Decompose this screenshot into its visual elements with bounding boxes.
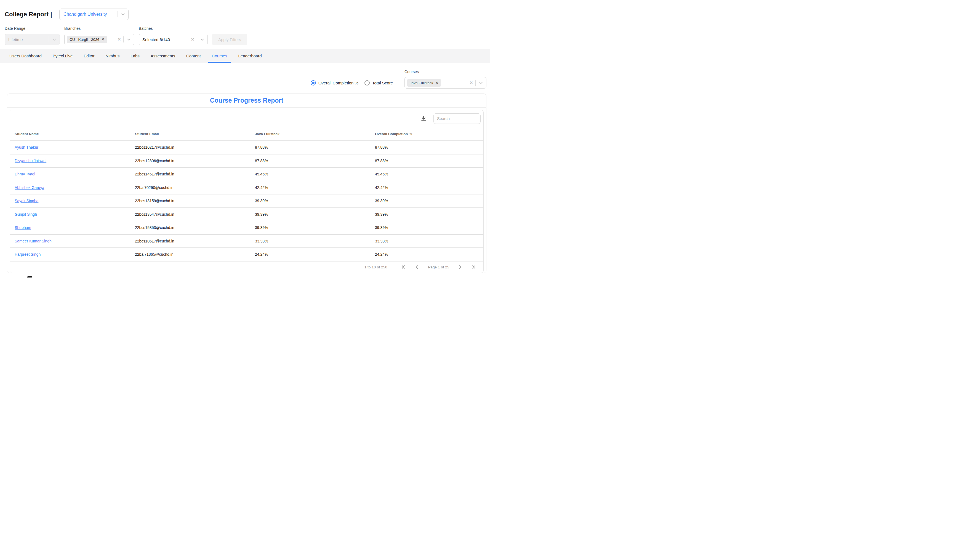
chip-remove-icon[interactable]: ✕ — [101, 37, 104, 42]
courses-select[interactable]: Java Fullstack ✕ ✕ — [404, 77, 486, 88]
branches-label: Branches — [64, 26, 134, 30]
overall-completion-cell: 39.39% — [370, 199, 483, 203]
course-progress-card: Course Progress Report Student Name Stud… — [7, 93, 486, 273]
tab-labs[interactable]: Labs — [125, 49, 145, 63]
overall-completion-cell: 45.45% — [370, 172, 483, 176]
table-row: Sameer Kumar Singh 22bcs10617@cuchd.in 3… — [10, 235, 483, 248]
chevron-down-icon[interactable] — [124, 37, 134, 42]
branches-select[interactable]: CU - Kargil - 2026 ✕ ✕ — [64, 34, 134, 45]
overall-completion-cell: 24.24% — [370, 252, 483, 257]
table-row: Gunjot Singh 22bcs13547@cuchd.in 39.39% … — [10, 208, 483, 221]
java-fullstack-cell: 24.24% — [250, 252, 370, 257]
branches-filter: Branches CU - Kargil - 2026 ✕ ✕ — [64, 26, 134, 45]
pagination-page-label: Page 1 of 25 — [428, 265, 449, 269]
date-range-select[interactable]: Lifetime — [5, 34, 60, 45]
student-name-link[interactable]: Sayak Singha — [14, 199, 38, 203]
tab-editor[interactable]: Editor — [78, 49, 100, 63]
chip-remove-icon[interactable]: ✕ — [436, 81, 438, 85]
last-page-icon[interactable] — [471, 265, 476, 270]
download-icon[interactable] — [420, 115, 427, 122]
table-row: Divyanshu Jaiswal 22bcs12806@cuchd.in 87… — [10, 154, 483, 168]
tab-content[interactable]: Content — [181, 49, 206, 63]
metric-radio-group: Overall Completion % Total Score — [311, 80, 393, 85]
date-range-value: Lifetime — [5, 37, 49, 42]
student-email-cell: 22bai70290@cuchd.in — [130, 185, 250, 190]
student-email-cell: 22bai71365@cuchd.in — [130, 252, 250, 257]
overall-completion-cell: 87.88% — [370, 145, 483, 149]
table-row: Shubham 22bcs15853@cuchd.in 39.39% 39.39… — [10, 221, 483, 235]
student-name-link[interactable]: Divyanshu Jaiswal — [14, 159, 47, 163]
chevron-down-icon[interactable] — [118, 11, 128, 17]
java-fullstack-cell: 87.88% — [250, 159, 370, 163]
table-header-row: Student Name Student Email Java Fullstac… — [10, 127, 483, 141]
filters-bar: Date Range Lifetime Branches CU - Kargil… — [5, 26, 247, 45]
column-header: Student Email — [130, 132, 250, 136]
branch-chip-label: CU - Kargil - 2026 — [69, 37, 99, 42]
course-chip-label: Java Fullstack — [410, 81, 433, 85]
table-body: Ayush Thakur 22bcs10217@cuchd.in 87.88% … — [10, 141, 483, 261]
chevron-down-icon[interactable] — [476, 80, 486, 85]
university-select-value: Chandigarh University — [59, 12, 117, 17]
batches-select[interactable]: Selected 6/140 ✕ — [139, 34, 208, 45]
overall-completion-cell: 87.88% — [370, 159, 483, 163]
student-email-cell: 22bcs13547@cuchd.in — [130, 212, 250, 217]
student-email-cell: 22bcs10217@cuchd.in — [130, 145, 250, 149]
previous-page-icon[interactable] — [414, 265, 420, 270]
radio-icon — [364, 80, 370, 85]
courses-filter: Courses Java Fullstack ✕ ✕ — [404, 69, 486, 88]
metric-radio[interactable]: Overall Completion % — [311, 80, 358, 85]
tab-bytexl-live[interactable]: Bytexl.Live — [47, 49, 79, 63]
tab-assessments[interactable]: Assessments — [145, 49, 181, 63]
batches-filter: Batches Selected 6/140 ✕ — [139, 26, 208, 45]
chevron-down-icon[interactable] — [197, 37, 207, 42]
clear-icon[interactable]: ✕ — [467, 80, 475, 85]
report-table-panel: Student Name Student Email Java Fullstac… — [10, 110, 484, 273]
first-page-icon[interactable] — [401, 265, 406, 270]
university-select[interactable]: Chandigarh University — [59, 8, 128, 20]
student-email-cell: 22bcs12806@cuchd.in — [130, 159, 250, 163]
student-email-cell: 22bcs13159@cuchd.in — [130, 199, 250, 203]
tab-courses[interactable]: Courses — [206, 49, 233, 63]
tab-users-dashboard[interactable]: Users Dashboard — [4, 49, 47, 63]
table-toolbar — [10, 110, 483, 127]
chevron-down-icon[interactable] — [49, 37, 59, 42]
student-name-link[interactable]: Gunjot Singh — [14, 212, 37, 217]
batches-value: Selected 6/140 — [139, 37, 188, 42]
overall-completion-cell: 39.39% — [370, 212, 483, 217]
courses-label: Courses — [404, 69, 486, 74]
pagination-range: 1 to 10 of 250 — [364, 265, 387, 269]
metric-radio[interactable]: Total Score — [364, 80, 393, 85]
report-options-row: Overall Completion % Total Score Courses… — [311, 69, 486, 88]
search-input[interactable] — [433, 113, 481, 124]
column-header: Overall Completion % — [370, 132, 483, 136]
student-name-link[interactable]: Ayush Thakur — [14, 145, 38, 149]
tab-leaderboard[interactable]: Leaderboard — [233, 49, 267, 63]
branch-chip: CU - Kargil - 2026 ✕ — [67, 36, 107, 43]
java-fullstack-cell: 42.42% — [250, 185, 370, 190]
pagination-bar: 1 to 10 of 250 Page 1 of 25 — [10, 261, 483, 273]
app-header: College Report | Chandigarh University — [5, 8, 128, 20]
student-name-link[interactable]: Shubham — [14, 225, 31, 230]
java-fullstack-cell: 39.39% — [250, 199, 370, 203]
radio-icon — [311, 80, 316, 85]
student-name-link[interactable]: Sameer Kumar Singh — [14, 239, 51, 243]
date-range-label: Date Range — [5, 26, 60, 30]
apply-filters-button[interactable]: Apply Filters — [212, 34, 247, 45]
student-name-link[interactable]: Dhruv Tyagi — [14, 172, 35, 176]
tab-nimbus[interactable]: Nimbus — [100, 49, 125, 63]
report-title: Course Progress Report — [210, 97, 283, 104]
table-row: Ayush Thakur 22bcs10217@cuchd.in 87.88% … — [10, 141, 483, 154]
table-row: Dhruv Tyagi 22bcs14617@cuchd.in 45.45% 4… — [10, 168, 483, 181]
date-range-filter: Date Range Lifetime — [5, 26, 60, 45]
table-row: Abhishek Gargya 22bai70290@cuchd.in 42.4… — [10, 181, 483, 195]
clear-icon[interactable]: ✕ — [188, 37, 197, 42]
java-fullstack-cell: 87.88% — [250, 145, 370, 149]
java-fullstack-cell: 39.39% — [250, 212, 370, 217]
overall-completion-cell: 33.33% — [370, 239, 483, 243]
table-row: Harpreet Singh 22bai71365@cuchd.in 24.24… — [10, 248, 483, 261]
student-name-link[interactable]: Abhishek Gargya — [14, 185, 44, 190]
student-email-cell: 22bcs15853@cuchd.in — [130, 225, 250, 230]
next-page-icon[interactable] — [457, 265, 463, 270]
student-name-link[interactable]: Harpreet Singh — [14, 252, 40, 257]
clear-icon[interactable]: ✕ — [115, 37, 124, 42]
